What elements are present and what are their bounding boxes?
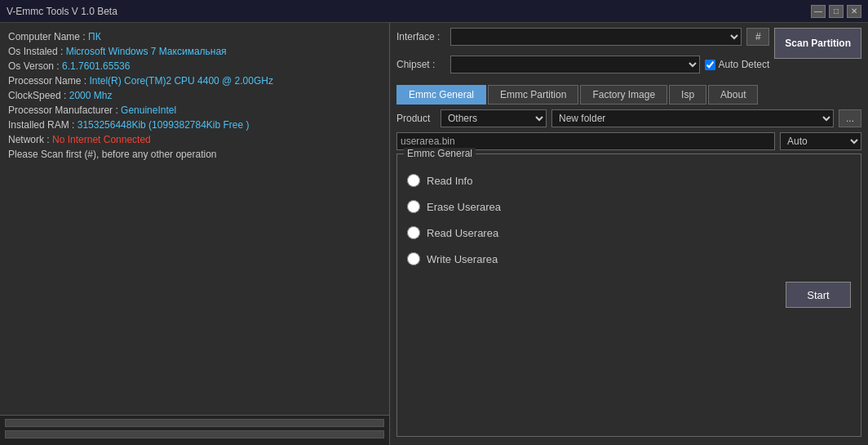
info-label: Processor Manufacturer :: [8, 105, 121, 116]
tab-emmc-partition[interactable]: Emmc Partition: [488, 85, 578, 105]
chipset-row: Chipset : Auto Detect: [396, 56, 769, 73]
read-userarea-label: Read Userarea: [427, 227, 498, 239]
interface-label: Interface :: [396, 31, 445, 42]
title-bar: V-Emmc Tools V 1.0 Beta — □ ✕: [0, 0, 868, 23]
radio-option-read-userarea: Read Userarea: [407, 226, 851, 239]
interface-row: Interface : #: [396, 28, 769, 46]
write-userarea-label: Write Userarea: [427, 253, 498, 265]
maximize-button[interactable]: □: [829, 5, 844, 18]
tab-isp[interactable]: Isp: [669, 85, 706, 105]
info-label: Computer Name :: [8, 31, 88, 42]
read-info-label: Read Info: [427, 175, 472, 187]
auto-detect-checkbox[interactable]: [705, 60, 715, 70]
info-value: 2000 Mhz: [69, 90, 113, 101]
info-line: Processor Name : Intel(R) Core(TM)2 CPU …: [8, 73, 381, 88]
tab-about[interactable]: About: [708, 85, 758, 105]
window-controls: — □ ✕: [811, 5, 861, 18]
info-line: Computer Name : ПК: [8, 29, 381, 44]
system-info-area: Computer Name : ПКOs Instaled : Microsof…: [0, 23, 389, 415]
info-label: Os Instaled :: [8, 46, 66, 57]
radio-option-read-info: Read Info: [407, 174, 851, 187]
right-panel: Interface : # Chipset : Auto Detect: [390, 23, 868, 445]
info-value: GenuineIntel: [121, 105, 176, 116]
info-value: ПК: [88, 31, 101, 42]
info-line: Processor Manufacturer : GenuineIntel: [8, 103, 381, 118]
chipset-label: Chipset :: [396, 59, 445, 70]
info-value: Please Scan first (#), before any other …: [8, 149, 216, 160]
info-value: Intel(R) Core(TM)2 CPU 4400 @ 2.00GHz: [89, 75, 273, 87]
progress-bar-2: [5, 430, 384, 438]
start-button[interactable]: Start: [786, 282, 851, 308]
progress-bar-1: [5, 419, 384, 427]
auto-detect-checkbox-group: Auto Detect: [705, 59, 770, 70]
product-label: Product: [396, 113, 436, 124]
info-line: Network : No Internet Connected: [8, 132, 381, 147]
minimize-button[interactable]: —: [811, 5, 826, 18]
info-value: 6.1.7601.65536: [62, 60, 130, 72]
read-info-radio[interactable]: [407, 174, 420, 187]
info-label: Network :: [8, 134, 52, 145]
info-value: Microsoft Windows 7 Максимальная: [66, 46, 227, 57]
erase-userarea-radio[interactable]: [407, 200, 420, 213]
read-userarea-radio[interactable]: [407, 226, 420, 239]
info-line: Please Scan first (#), before any other …: [8, 147, 381, 162]
info-label: Processor Name :: [8, 75, 89, 87]
scan-partition-button[interactable]: Scan Partition: [774, 28, 861, 59]
auto-detect-label: Auto Detect: [719, 59, 770, 70]
info-line: Os Instaled : Microsoft Windows 7 Максим…: [8, 44, 381, 59]
info-value: 3153256448Kib (1099382784Kib Free ): [78, 119, 250, 131]
product-select[interactable]: Others: [441, 109, 547, 127]
folder-select[interactable]: New folder: [551, 109, 834, 127]
product-row: Product Others New folder ...: [396, 109, 861, 127]
hash-button[interactable]: #: [746, 28, 769, 46]
erase-userarea-label: Erase Userarea: [427, 201, 501, 213]
interface-select[interactable]: [450, 28, 742, 46]
emmc-group-legend: Emmc General: [404, 148, 476, 159]
auto-select[interactable]: Auto: [780, 132, 861, 150]
info-line: Installed RAM : 3153256448Kib (109938278…: [8, 118, 381, 132]
info-value: No Internet Connected: [52, 134, 151, 145]
app-title: V-Emmc Tools V 1.0 Beta: [7, 6, 117, 17]
info-label: Installed RAM :: [8, 119, 78, 131]
info-line: Os Verson : 6.1.7601.65536: [8, 59, 381, 73]
info-label: ClockSpeed :: [8, 90, 69, 101]
progress-bars: [0, 415, 389, 445]
info-line: ClockSpeed : 2000 Mhz: [8, 88, 381, 103]
emmc-general-group: Emmc General Read InfoErase UserareaRead…: [396, 154, 861, 437]
info-label: Os Verson :: [8, 60, 62, 72]
chipset-select[interactable]: [450, 56, 700, 73]
tab-emmc-general[interactable]: Emmc General: [396, 85, 486, 105]
main-container: Computer Name : ПКOs Instaled : Microsof…: [0, 23, 868, 445]
browse-button[interactable]: ...: [839, 109, 861, 127]
radio-option-write-userarea: Write Userarea: [407, 252, 851, 265]
radio-option-erase-userarea: Erase Userarea: [407, 200, 851, 213]
left-panel: Computer Name : ПКOs Instaled : Microsof…: [0, 23, 390, 445]
close-button[interactable]: ✕: [847, 5, 861, 18]
write-userarea-radio[interactable]: [407, 252, 420, 265]
tab-factory-image[interactable]: Factory Image: [580, 85, 667, 105]
tabs-row: Emmc GeneralEmmc PartitionFactory ImageI…: [396, 85, 861, 105]
start-btn-row: Start: [407, 278, 851, 311]
